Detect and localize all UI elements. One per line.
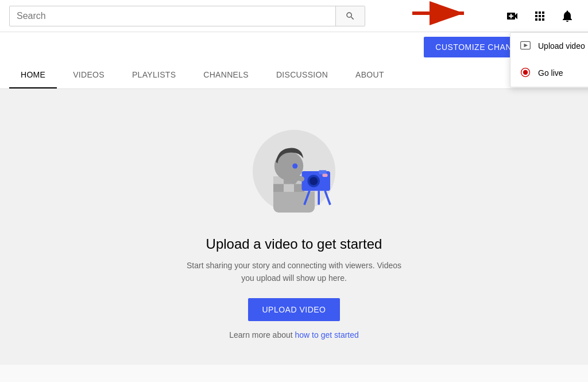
apps-icon bbox=[533, 9, 547, 23]
go-live-icon bbox=[520, 67, 531, 80]
header: Upload video Go live bbox=[0, 0, 588, 32]
upload-description: Start sharing your story and connecting … bbox=[179, 259, 409, 285]
channel-tabs: HOME VIDEOS PLAYLISTS CHANNELS DISCUSSIO… bbox=[0, 62, 588, 88]
create-icon bbox=[505, 9, 519, 23]
learn-more-prefix: Learn more about bbox=[229, 330, 295, 339]
svg-point-19 bbox=[310, 177, 318, 185]
upload-video-icon bbox=[520, 40, 531, 53]
upload-video-button[interactable]: UPLOAD VIDEO bbox=[248, 298, 339, 321]
channel-actions: CUSTOMIZE CHANNEL YO bbox=[0, 32, 588, 62]
tab-channels[interactable]: CHANNELS bbox=[192, 62, 260, 88]
apps-button[interactable] bbox=[528, 5, 551, 28]
learn-more: Learn more about how to get started bbox=[229, 330, 359, 339]
upload-title: Upload a video to get started bbox=[206, 236, 382, 252]
go-live-menu-item[interactable]: Go live bbox=[510, 60, 588, 87]
svg-rect-20 bbox=[319, 170, 327, 174]
tab-playlists[interactable]: PLAYLISTS bbox=[121, 62, 187, 88]
notifications-button[interactable] bbox=[556, 5, 579, 28]
tab-home[interactable]: HOME bbox=[9, 62, 57, 88]
main-content: Upload a video to get started Start shar… bbox=[0, 89, 588, 365]
tab-about[interactable]: ABOUT bbox=[344, 62, 396, 88]
red-arrow bbox=[407, 0, 475, 30]
upload-video-label: Upload video bbox=[538, 41, 585, 51]
upload-illustration bbox=[242, 114, 346, 218]
create-button[interactable] bbox=[501, 5, 524, 28]
header-left bbox=[9, 6, 365, 26]
channel-header: CUSTOMIZE CHANNEL YO HOME VIDEOS PLAYLIS… bbox=[0, 32, 588, 89]
tab-discussion[interactable]: DISCUSSION bbox=[265, 62, 339, 88]
svg-marker-2 bbox=[524, 43, 528, 47]
svg-point-4 bbox=[523, 70, 528, 74]
svg-rect-11 bbox=[273, 184, 284, 192]
svg-point-16 bbox=[292, 163, 297, 168]
learn-more-link[interactable]: how to get started bbox=[295, 330, 359, 339]
search-bar bbox=[9, 6, 365, 26]
header-right: Upload video Go live bbox=[501, 5, 579, 28]
svg-rect-24 bbox=[323, 173, 328, 176]
go-live-label: Go live bbox=[538, 68, 563, 78]
search-icon bbox=[345, 11, 355, 21]
upload-video-menu-item[interactable]: Upload video bbox=[510, 33, 588, 60]
tab-videos[interactable]: VIDEOS bbox=[61, 62, 116, 88]
dropdown-menu: Upload video Go live bbox=[510, 32, 588, 87]
svg-rect-12 bbox=[284, 184, 294, 192]
search-input[interactable] bbox=[10, 6, 335, 26]
search-button[interactable] bbox=[335, 6, 365, 26]
notifications-icon bbox=[560, 9, 574, 23]
